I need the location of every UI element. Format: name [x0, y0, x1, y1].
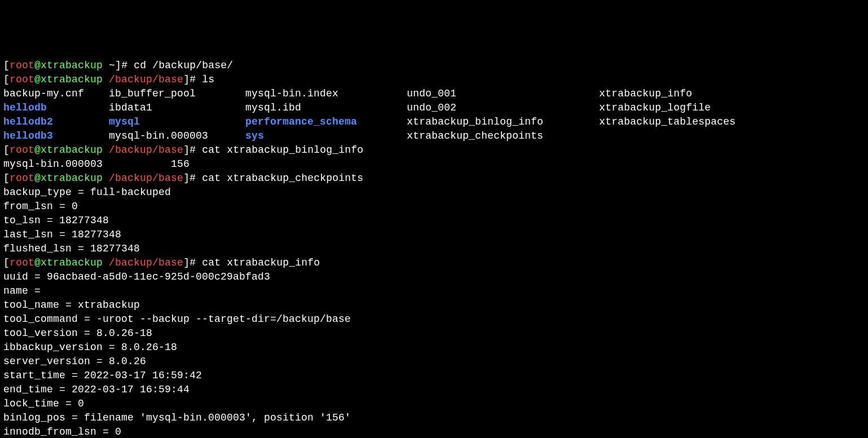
info-line: tool_command = -uroot --backup --target-… — [3, 312, 865, 326]
info-line: tool_version = 8.0.26-18 — [3, 326, 865, 340]
terminal-output[interactable]: [root@xtrabackup ~]# cd /backup/base/[ro… — [3, 59, 865, 438]
checkpoint-line: flushed_lsn = 18277348 — [3, 242, 865, 256]
info-line: name = — [3, 284, 865, 298]
info-line: start_time = 2022-03-17 16:59:42 — [3, 369, 865, 383]
info-line: end_time = 2022-03-17 16:59:44 — [3, 383, 865, 397]
prompt-line: [root@xtrabackup /backup/base]# ls — [3, 73, 865, 87]
checkpoint-line: to_lsn = 18277348 — [3, 214, 865, 228]
info-line: uuid = 96acbaed-a5d0-11ec-925d-000c29abf… — [3, 270, 865, 284]
ls-row: hellodb2 mysql performance_schema xtraba… — [3, 115, 865, 129]
info-line: tool_name = xtrabackup — [3, 298, 865, 312]
ls-row: hellodb3 mysql-bin.000003 sys xtrabackup… — [3, 129, 865, 143]
info-line: server_version = 8.0.26 — [3, 355, 865, 369]
info-line: ibbackup_version = 8.0.26-18 — [3, 340, 865, 355]
prompt-line: [root@xtrabackup /backup/base]# cat xtra… — [3, 256, 865, 270]
prompt-line: [root@xtrabackup ~]# cd /backup/base/ — [3, 59, 865, 73]
prompt-line: [root@xtrabackup /backup/base]# cat xtra… — [3, 171, 865, 185]
checkpoint-line: from_lsn = 0 — [3, 200, 865, 214]
checkpoint-line: last_lsn = 18277348 — [3, 228, 865, 242]
ls-row: hellodb ibdata1 mysql.ibd undo_002 xtrab… — [3, 101, 865, 115]
checkpoint-line: backup_type = full-backuped — [3, 185, 865, 200]
info-line: lock_time = 0 — [3, 397, 865, 411]
info-line: innodb_from_lsn = 0 — [3, 425, 865, 438]
binlog-info-line: mysql-bin.000003 156 — [3, 157, 865, 171]
prompt-line: [root@xtrabackup /backup/base]# cat xtra… — [3, 143, 865, 157]
info-line: binlog_pos = filename 'mysql-bin.000003'… — [3, 411, 865, 425]
ls-row: backup-my.cnf ib_buffer_pool mysql-bin.i… — [3, 87, 865, 101]
